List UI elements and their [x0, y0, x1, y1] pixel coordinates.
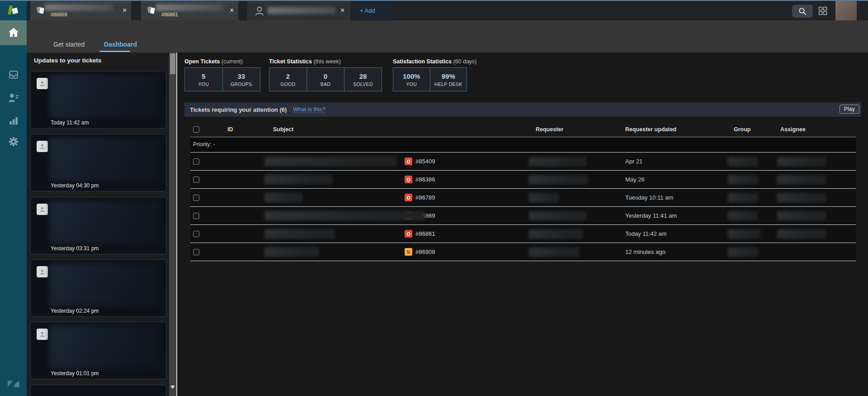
card-timestamp: Yesterday 01:01 pm — [51, 370, 99, 377]
status-new-badge: N — [405, 248, 412, 256]
scrollbar-thumb[interactable] — [170, 53, 175, 74]
panel-scrollbar[interactable] — [169, 52, 176, 396]
close-icon[interactable]: × — [340, 7, 344, 14]
scroll-down-arrow-icon[interactable] — [170, 386, 175, 389]
tab-dashboard[interactable]: Dashboard — [104, 41, 137, 48]
table-row[interactable]: O #86789 Tuesday 10:11 am — [190, 189, 856, 207]
ticket-id[interactable]: #86908 — [415, 248, 435, 255]
stat-good[interactable]: 2 GOOD — [269, 68, 307, 91]
person-icon — [255, 5, 264, 16]
table-row[interactable]: O #86869 Yesterday 11:41 am — [190, 207, 856, 225]
ticket-statistics-title: Ticket Statistics — [269, 58, 312, 65]
satisfaction-title: Satisfaction Statistics — [393, 58, 452, 65]
col-subject[interactable]: Subject — [273, 126, 293, 133]
stat-value: 99% — [442, 72, 455, 80]
ticket-update-card[interactable]: Yesterday 02:24 pm — [30, 259, 166, 317]
sidebar-item-home[interactable] — [0, 21, 27, 44]
ticket-update-card[interactable]: Yesterday 03:31 pm — [30, 197, 166, 254]
stat-solved[interactable]: 28 SOLVED — [344, 68, 382, 91]
table-row[interactable]: O #85409 Apr 21 — [190, 153, 856, 171]
user-avatar[interactable] — [835, 1, 857, 20]
tab-ticket-id: #86861 — [161, 12, 178, 17]
stat-open-you[interactable]: 5 YOU — [185, 68, 222, 91]
sidebar-item-admin[interactable] — [0, 130, 27, 153]
card-timestamp: Yesterday 04:30 pm — [51, 182, 99, 189]
person-icon — [39, 143, 46, 150]
table-row[interactable]: O #86861 Today 11:42 am — [190, 225, 856, 243]
search-button[interactable] — [792, 5, 813, 18]
ticket-update-card-partial[interactable] — [30, 385, 166, 396]
ticket-statistics-label: Ticket Statistics (this week) — [269, 58, 341, 65]
tab-dashboard-underline — [99, 51, 130, 52]
assignee-redacted — [777, 175, 826, 184]
sidebar-item-reports[interactable] — [0, 109, 27, 132]
open-tickets-title: Open Tickets — [184, 58, 220, 65]
col-id[interactable]: ID — [227, 126, 233, 133]
ticket-update-card[interactable]: Yesterday 04:30 pm — [30, 134, 166, 191]
row-checkbox[interactable] — [193, 249, 199, 255]
row-checkbox[interactable] — [193, 177, 199, 183]
stat-bad[interactable]: 0 BAD — [307, 68, 344, 91]
card-timestamp: Yesterday 02:24 pm — [51, 308, 99, 314]
priority-group-row: Priority: - — [190, 137, 856, 153]
what-is-this-link[interactable]: What is this? — [293, 106, 326, 113]
close-icon[interactable]: × — [123, 7, 127, 14]
select-all-checkbox[interactable] — [193, 126, 199, 133]
row-checkbox[interactable] — [193, 158, 199, 165]
requester-redacted — [529, 175, 588, 184]
tab-person-name-redacted — [268, 7, 335, 14]
card-timestamp: Today 11:42 am — [51, 119, 89, 126]
ticket-id[interactable]: #86789 — [415, 194, 435, 201]
subject-redacted — [264, 211, 425, 220]
table-header: ID Subject Requester Requester updated G… — [190, 123, 856, 137]
group-redacted — [728, 157, 758, 166]
product-logo[interactable] — [0, 1, 27, 20]
ticket-id[interactable]: #86386 — [415, 176, 435, 183]
requester-updated: Tuesday 10:11 am — [625, 194, 673, 201]
sidebar — [0, 20, 27, 396]
requester-updated: Yesterday 11:41 am — [625, 212, 677, 219]
avatar-placeholder — [37, 78, 48, 89]
satisfaction-subtitle: (60 days) — [453, 58, 476, 65]
row-checkbox[interactable] — [193, 231, 199, 237]
close-icon[interactable]: × — [230, 7, 234, 14]
ticket-id[interactable]: #85409 — [415, 158, 435, 165]
open-tickets-label: Open Tickets (current) — [184, 58, 243, 65]
group-redacted — [728, 229, 760, 239]
satisfaction-box: 100% YOU 99% HELP DESK — [393, 67, 467, 91]
ticket-tab-86861[interactable]: #86861 × — [141, 1, 238, 20]
row-checkbox[interactable] — [193, 213, 199, 219]
table-row[interactable]: O #86386 May 26 — [190, 171, 856, 189]
tab-get-started[interactable]: Get started — [53, 41, 85, 48]
table-row[interactable]: N #86908 12 minutes ago — [190, 243, 856, 261]
person-tab[interactable]: × — [247, 1, 350, 20]
col-requester[interactable]: Requester — [536, 126, 563, 133]
add-tab-button[interactable]: + Add — [353, 1, 392, 20]
sidebar-item-customers[interactable] — [0, 86, 27, 109]
card-content-redacted — [50, 263, 160, 306]
sidebar-item-views[interactable] — [0, 63, 27, 86]
tab-title-redacted — [156, 4, 224, 11]
assignee-redacted — [777, 193, 826, 202]
group-redacted — [728, 248, 758, 257]
requester-updated: 12 minutes ago — [625, 248, 665, 255]
card-content-redacted — [50, 138, 160, 181]
stat-open-groups[interactable]: 33 GROUPS — [222, 68, 260, 91]
row-checkbox[interactable] — [193, 195, 199, 201]
ticket-update-card[interactable]: Today 11:42 am — [30, 71, 166, 129]
stat-value: 2 — [286, 72, 290, 80]
person-icon — [39, 206, 46, 213]
assignee-redacted — [777, 157, 826, 166]
ticket-tab-86869[interactable]: #86869 × — [30, 1, 131, 20]
stat-satisfaction-helpdesk[interactable]: 99% HELP DESK — [430, 68, 467, 91]
col-group[interactable]: Group — [734, 126, 751, 133]
zendesk-product-logo-icon — [6, 5, 20, 17]
ticket-update-card[interactable]: Yesterday 01:01 pm — [30, 322, 166, 379]
stat-satisfaction-you[interactable]: 100% YOU — [393, 68, 430, 91]
apps-grid-icon[interactable] — [818, 6, 828, 16]
col-assignee[interactable]: Assignee — [780, 126, 806, 133]
play-button[interactable]: Play — [840, 105, 859, 114]
ticket-statistics-subtitle: (this week) — [313, 58, 340, 65]
ticket-id[interactable]: #86861 — [415, 230, 435, 237]
col-requester-updated[interactable]: Requester updated — [625, 126, 676, 133]
